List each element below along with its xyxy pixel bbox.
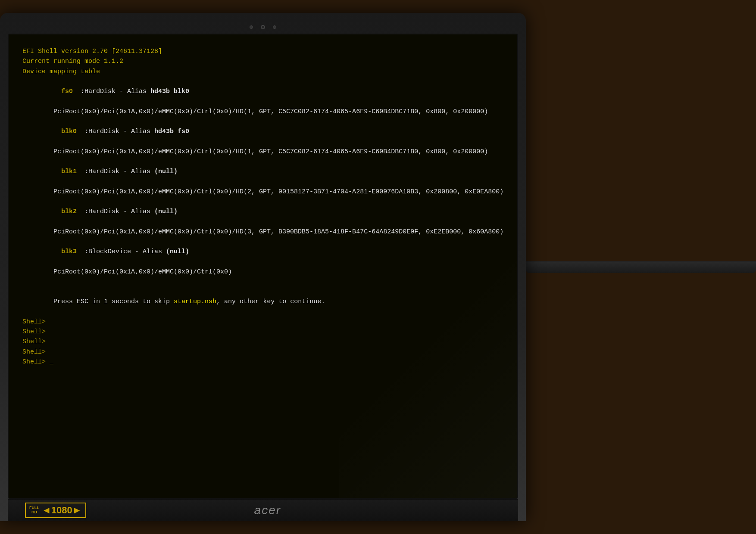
full-hd-label: FULLHD xyxy=(29,506,39,515)
shell-prompt-5: Shell> _ xyxy=(22,357,503,367)
camera-lens xyxy=(261,25,265,29)
press-prefix: Press ESC in 1 xyxy=(53,298,112,305)
shell-prompt-1: Shell> xyxy=(22,317,503,327)
camera-dot-right xyxy=(273,25,276,29)
bottom-bar: FULLHD ◄1080► acer xyxy=(8,499,518,521)
line-blk1: blk1 :HardDisk - Alias (null) xyxy=(22,157,503,187)
line-blk1-path: PciRoot(0x0)/Pci(0x1A,0x0)/eMMC(0x0)/Ctr… xyxy=(22,187,503,197)
hd-badge: FULLHD ◄1080► xyxy=(25,503,86,518)
bezel-top xyxy=(8,21,518,34)
terminal: EFI Shell version 2.70 [24611.37128] Cur… xyxy=(22,47,503,367)
line-blk2-path: PciRoot(0x0)/Pci(0x1A,0x0)/eMMC(0x0)/Ctr… xyxy=(22,227,503,237)
screen: EFI Shell version 2.70 [24611.37128] Cur… xyxy=(8,34,518,499)
acer-logo: acer xyxy=(254,503,281,517)
line-fs0-path: PciRoot(0x0)/Pci(0x1A,0x0)/eMMC(0x0)/Ctr… xyxy=(22,107,503,117)
line-running-mode: Current running mode 1.1.2 xyxy=(22,56,503,66)
line-blk3-path: PciRoot(0x0)/Pci(0x1A,0x0)/eMMC(0x0)/Ctr… xyxy=(22,267,503,277)
camera-area xyxy=(250,25,276,29)
press-to-skip: to skip xyxy=(139,298,174,305)
shell-prompt-2: Shell> xyxy=(22,327,503,337)
line-efi-version: EFI Shell version 2.70 [24611.37128] xyxy=(22,47,503,56)
startup-nsh-text: startup.nsh xyxy=(174,298,216,305)
shell-prompt-4: Shell> xyxy=(22,347,503,357)
shell-prompt-3: Shell> xyxy=(22,337,503,347)
line-press-esc: Press ESC in 1 seconds to skip startup.n… xyxy=(22,287,503,317)
laptop-base xyxy=(526,261,756,273)
line-blk2: blk2 :HardDisk - Alias (null) xyxy=(22,197,503,227)
line-blk0-path: PciRoot(0x0)/Pci(0x1A,0x0)/eMMC(0x0)/Ctr… xyxy=(22,147,503,157)
resolution-label: ◄1080► xyxy=(42,505,82,516)
line-device-mapping: Device mapping table xyxy=(22,67,503,77)
press-seconds: seconds xyxy=(112,298,139,305)
laptop-outer: EFI Shell version 2.70 [24611.37128] Cur… xyxy=(0,13,526,521)
camera-dot-left xyxy=(250,25,253,29)
line-blank xyxy=(22,277,503,287)
line-fs0: fs0 :HardDisk - Alias hd43b blk0 xyxy=(22,77,503,107)
press-suffix: , any other key to continue. xyxy=(216,298,325,305)
line-blk3: blk3 :BlockDevice - Alias (null) xyxy=(22,237,503,267)
line-blk0: blk0 :HardDisk - Alias hd43b fs0 xyxy=(22,117,503,147)
